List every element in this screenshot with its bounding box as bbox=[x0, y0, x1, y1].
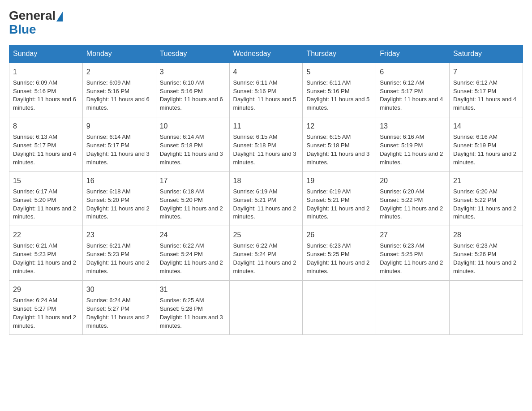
weekday-header-friday: Friday bbox=[376, 45, 450, 63]
day-info: Sunrise: 6:09 AMSunset: 5:16 PMDaylight:… bbox=[86, 79, 150, 111]
calendar-cell: 15Sunrise: 6:17 AMSunset: 5:20 PMDayligh… bbox=[9, 171, 83, 226]
day-info: Sunrise: 6:11 AMSunset: 5:16 PMDaylight:… bbox=[306, 79, 369, 111]
day-info: Sunrise: 6:24 AMSunset: 5:27 PMDaylight:… bbox=[86, 297, 150, 329]
day-number: 29 bbox=[13, 284, 79, 295]
calendar-cell: 7Sunrise: 6:12 AMSunset: 5:17 PMDaylight… bbox=[450, 63, 523, 117]
day-number: 11 bbox=[233, 121, 299, 131]
day-info: Sunrise: 6:21 AMSunset: 5:23 PMDaylight:… bbox=[13, 242, 76, 274]
calendar-cell: 18Sunrise: 6:19 AMSunset: 5:21 PMDayligh… bbox=[229, 171, 303, 226]
day-number: 31 bbox=[160, 284, 226, 295]
calendar-cell: 12Sunrise: 6:15 AMSunset: 5:18 PMDayligh… bbox=[303, 117, 376, 172]
calendar-cell: 28Sunrise: 6:23 AMSunset: 5:26 PMDayligh… bbox=[450, 226, 523, 281]
calendar-cell: 31Sunrise: 6:25 AMSunset: 5:28 PMDayligh… bbox=[156, 280, 229, 335]
calendar-cell bbox=[303, 280, 376, 335]
logo-blue-text: Blue bbox=[9, 22, 36, 36]
calendar-cell: 23Sunrise: 6:21 AMSunset: 5:23 PMDayligh… bbox=[82, 226, 156, 281]
day-info: Sunrise: 6:22 AMSunset: 5:24 PMDaylight:… bbox=[233, 242, 296, 274]
day-number: 13 bbox=[380, 121, 446, 131]
weekday-header-thursday: Thursday bbox=[303, 45, 376, 63]
day-number: 9 bbox=[86, 121, 152, 131]
calendar-table: SundayMondayTuesdayWednesdayThursdayFrid… bbox=[9, 45, 523, 335]
page-header: General Blue bbox=[9, 9, 523, 37]
calendar-cell bbox=[450, 280, 523, 335]
week-row-4: 22Sunrise: 6:21 AMSunset: 5:23 PMDayligh… bbox=[9, 226, 523, 281]
calendar-cell: 8Sunrise: 6:13 AMSunset: 5:17 PMDaylight… bbox=[9, 117, 83, 172]
calendar-cell: 11Sunrise: 6:15 AMSunset: 5:18 PMDayligh… bbox=[229, 117, 303, 172]
weekday-header-wednesday: Wednesday bbox=[229, 45, 303, 63]
day-info: Sunrise: 6:15 AMSunset: 5:18 PMDaylight:… bbox=[306, 133, 369, 166]
day-info: Sunrise: 6:21 AMSunset: 5:23 PMDaylight:… bbox=[86, 242, 150, 274]
day-info: Sunrise: 6:11 AMSunset: 5:16 PMDaylight:… bbox=[233, 79, 296, 111]
day-info: Sunrise: 6:12 AMSunset: 5:17 PMDaylight:… bbox=[380, 79, 443, 111]
calendar-cell: 14Sunrise: 6:16 AMSunset: 5:19 PMDayligh… bbox=[450, 117, 523, 172]
day-number: 26 bbox=[306, 230, 372, 240]
day-number: 14 bbox=[453, 121, 519, 131]
calendar-cell: 24Sunrise: 6:22 AMSunset: 5:24 PMDayligh… bbox=[156, 226, 229, 281]
day-info: Sunrise: 6:14 AMSunset: 5:18 PMDaylight:… bbox=[160, 133, 223, 166]
day-number: 6 bbox=[380, 67, 446, 77]
calendar-cell: 19Sunrise: 6:19 AMSunset: 5:21 PMDayligh… bbox=[303, 171, 376, 226]
day-info: Sunrise: 6:13 AMSunset: 5:17 PMDaylight:… bbox=[13, 133, 76, 166]
calendar-cell: 16Sunrise: 6:18 AMSunset: 5:20 PMDayligh… bbox=[82, 171, 156, 226]
calendar-cell: 25Sunrise: 6:22 AMSunset: 5:24 PMDayligh… bbox=[229, 226, 303, 281]
calendar-cell: 4Sunrise: 6:11 AMSunset: 5:16 PMDaylight… bbox=[229, 63, 303, 117]
week-row-5: 29Sunrise: 6:24 AMSunset: 5:27 PMDayligh… bbox=[9, 280, 523, 335]
day-number: 8 bbox=[13, 121, 79, 131]
day-info: Sunrise: 6:10 AMSunset: 5:16 PMDaylight:… bbox=[160, 79, 223, 111]
day-info: Sunrise: 6:16 AMSunset: 5:19 PMDaylight:… bbox=[380, 133, 443, 166]
day-info: Sunrise: 6:19 AMSunset: 5:21 PMDaylight:… bbox=[306, 188, 369, 220]
day-info: Sunrise: 6:18 AMSunset: 5:20 PMDaylight:… bbox=[86, 188, 150, 220]
calendar-cell bbox=[229, 280, 303, 335]
day-number: 1 bbox=[13, 67, 79, 77]
calendar-cell: 1Sunrise: 6:09 AMSunset: 5:16 PMDaylight… bbox=[9, 63, 83, 117]
calendar-cell: 17Sunrise: 6:18 AMSunset: 5:20 PMDayligh… bbox=[156, 171, 229, 226]
day-info: Sunrise: 6:09 AMSunset: 5:16 PMDaylight:… bbox=[13, 79, 76, 111]
calendar-cell: 13Sunrise: 6:16 AMSunset: 5:19 PMDayligh… bbox=[376, 117, 450, 172]
day-number: 15 bbox=[13, 176, 79, 186]
calendar-cell: 6Sunrise: 6:12 AMSunset: 5:17 PMDaylight… bbox=[376, 63, 450, 117]
calendar-cell bbox=[376, 280, 450, 335]
day-number: 22 bbox=[13, 230, 79, 240]
day-info: Sunrise: 6:23 AMSunset: 5:25 PMDaylight:… bbox=[380, 242, 443, 274]
weekday-header-row: SundayMondayTuesdayWednesdayThursdayFrid… bbox=[9, 45, 523, 63]
calendar-cell: 27Sunrise: 6:23 AMSunset: 5:25 PMDayligh… bbox=[376, 226, 450, 281]
day-number: 19 bbox=[306, 176, 372, 186]
day-info: Sunrise: 6:22 AMSunset: 5:24 PMDaylight:… bbox=[160, 242, 223, 274]
day-number: 10 bbox=[160, 121, 226, 131]
day-number: 5 bbox=[306, 67, 372, 77]
calendar-cell: 9Sunrise: 6:14 AMSunset: 5:17 PMDaylight… bbox=[82, 117, 156, 172]
day-info: Sunrise: 6:25 AMSunset: 5:28 PMDaylight:… bbox=[160, 297, 223, 329]
day-info: Sunrise: 6:18 AMSunset: 5:20 PMDaylight:… bbox=[160, 188, 223, 220]
day-number: 20 bbox=[380, 176, 446, 186]
calendar-cell: 3Sunrise: 6:10 AMSunset: 5:16 PMDaylight… bbox=[156, 63, 229, 117]
day-info: Sunrise: 6:20 AMSunset: 5:22 PMDaylight:… bbox=[380, 188, 443, 220]
calendar-cell: 30Sunrise: 6:24 AMSunset: 5:27 PMDayligh… bbox=[82, 280, 156, 335]
calendar-cell: 29Sunrise: 6:24 AMSunset: 5:27 PMDayligh… bbox=[9, 280, 83, 335]
calendar-cell: 2Sunrise: 6:09 AMSunset: 5:16 PMDaylight… bbox=[82, 63, 156, 117]
day-number: 27 bbox=[380, 230, 446, 240]
day-info: Sunrise: 6:12 AMSunset: 5:17 PMDaylight:… bbox=[453, 79, 516, 111]
day-info: Sunrise: 6:15 AMSunset: 5:18 PMDaylight:… bbox=[233, 133, 296, 166]
day-info: Sunrise: 6:17 AMSunset: 5:20 PMDaylight:… bbox=[13, 188, 76, 220]
logo: General Blue bbox=[9, 9, 63, 37]
week-row-1: 1Sunrise: 6:09 AMSunset: 5:16 PMDaylight… bbox=[9, 63, 523, 117]
day-info: Sunrise: 6:23 AMSunset: 5:26 PMDaylight:… bbox=[453, 242, 516, 274]
calendar-cell: 26Sunrise: 6:23 AMSunset: 5:25 PMDayligh… bbox=[303, 226, 376, 281]
day-number: 3 bbox=[160, 67, 226, 77]
day-number: 25 bbox=[233, 230, 299, 240]
weekday-header-sunday: Sunday bbox=[9, 45, 83, 63]
calendar-cell: 5Sunrise: 6:11 AMSunset: 5:16 PMDaylight… bbox=[303, 63, 376, 117]
day-info: Sunrise: 6:23 AMSunset: 5:25 PMDaylight:… bbox=[306, 242, 369, 274]
day-info: Sunrise: 6:14 AMSunset: 5:17 PMDaylight:… bbox=[86, 133, 150, 166]
day-number: 30 bbox=[86, 284, 152, 295]
day-info: Sunrise: 6:20 AMSunset: 5:22 PMDaylight:… bbox=[453, 188, 516, 220]
day-number: 2 bbox=[86, 67, 152, 77]
day-number: 7 bbox=[453, 67, 519, 77]
day-number: 16 bbox=[86, 176, 152, 186]
calendar-cell: 22Sunrise: 6:21 AMSunset: 5:23 PMDayligh… bbox=[9, 226, 83, 281]
day-number: 4 bbox=[233, 67, 299, 77]
day-number: 23 bbox=[86, 230, 152, 240]
day-info: Sunrise: 6:24 AMSunset: 5:27 PMDaylight:… bbox=[13, 297, 76, 329]
logo-general-text: General bbox=[9, 9, 56, 23]
day-number: 18 bbox=[233, 176, 299, 186]
